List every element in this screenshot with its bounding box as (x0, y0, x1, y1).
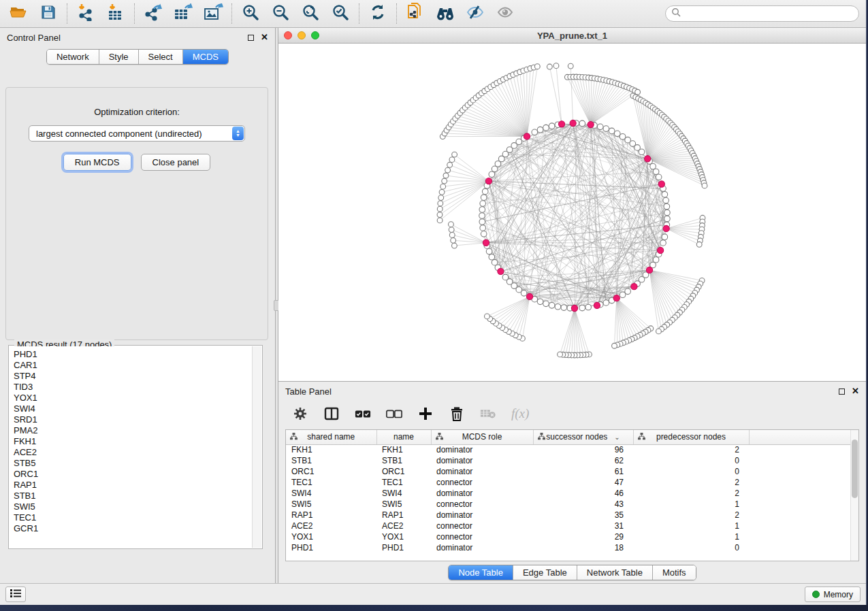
mcds-result-item[interactable]: FKH1 (14, 436, 248, 447)
cell-mcds_role[interactable]: dominator (431, 510, 533, 521)
network-node[interactable] (656, 174, 662, 180)
mcds-result-item[interactable]: ACE2 (14, 447, 248, 458)
cell-name[interactable]: SWI4 (376, 488, 431, 499)
tab-node-table[interactable]: Node Table (449, 565, 513, 580)
tab-network[interactable]: Network (47, 50, 99, 64)
mcds-result-item[interactable]: SWI5 (14, 501, 248, 512)
network-node[interactable] (620, 292, 626, 298)
network-node[interactable] (663, 197, 669, 203)
leaf-node[interactable] (696, 242, 702, 247)
cell-successor_nodes[interactable]: 96 (533, 444, 633, 455)
cell-name[interactable]: RAP1 (376, 510, 431, 521)
network-node[interactable] (585, 304, 592, 310)
search-network-button[interactable] (435, 3, 455, 24)
network-node[interactable] (537, 127, 543, 133)
cell-shared_name[interactable]: RAP1 (286, 510, 376, 521)
network-node[interactable] (481, 231, 487, 237)
cell-mcds_role[interactable]: dominator (431, 455, 533, 466)
run-mcds-button[interactable]: Run MCDS (63, 154, 131, 171)
network-node[interactable] (579, 120, 585, 127)
cell-shared_name[interactable]: SWI5 (286, 499, 376, 510)
import-table-button[interactable] (106, 3, 126, 24)
cell-predecessor_nodes[interactable]: 0 (633, 455, 749, 466)
mcds-result-item[interactable]: STP4 (14, 371, 248, 382)
float-panel-icon[interactable] (248, 35, 254, 41)
network-node[interactable] (480, 225, 486, 231)
hide-selected-button[interactable] (465, 3, 485, 24)
mcds-result-item[interactable]: YOX1 (14, 393, 248, 403)
export-network-button[interactable] (143, 3, 163, 24)
show-log-button[interactable] (5, 587, 26, 602)
function-builder-icon[interactable]: f(x) (511, 406, 529, 421)
leaf-node[interactable] (568, 63, 573, 69)
leaf-node[interactable] (437, 218, 443, 223)
mcds-hub-node[interactable] (588, 121, 594, 127)
import-network-button[interactable] (76, 3, 96, 24)
leaf-node[interactable] (449, 227, 454, 233)
mcds-hub-node[interactable] (663, 225, 669, 231)
leaf-node[interactable] (635, 89, 641, 95)
network-window-titlebar[interactable]: YPA_prune.txt_1 (278, 28, 866, 44)
network-from-selection-button[interactable] (405, 3, 425, 24)
result-scrollbar[interactable] (252, 346, 261, 548)
mcds-result-item[interactable]: PHD1 (14, 349, 248, 360)
cell-mcds_role[interactable]: connector (431, 531, 533, 542)
leaf-node[interactable] (440, 184, 446, 189)
export-table-button[interactable] (173, 3, 193, 24)
mcds-hub-node[interactable] (657, 247, 663, 253)
table-scrollbar[interactable] (850, 430, 858, 561)
network-canvas[interactable] (278, 44, 866, 381)
mcds-hub-node[interactable] (646, 267, 652, 273)
cell-shared_name[interactable]: SWI4 (286, 488, 376, 499)
settings-gear-icon[interactable] (292, 406, 308, 422)
close-panel-button[interactable]: Close panel (141, 154, 211, 171)
add-column-icon[interactable] (417, 406, 434, 422)
cell-successor_nodes[interactable]: 35 (533, 510, 633, 521)
cell-successor_nodes[interactable]: 46 (533, 488, 633, 499)
table-row[interactable]: ACE2ACE2connector311 (286, 521, 858, 531)
leaf-node[interactable] (438, 201, 443, 206)
zoom-in-button[interactable] (240, 3, 261, 24)
leaf-node[interactable] (547, 64, 552, 69)
close-panel-icon[interactable]: ✕ (261, 34, 268, 41)
cell-predecessor_nodes[interactable]: 1 (633, 499, 749, 510)
cell-name[interactable]: ORC1 (376, 466, 431, 477)
cell-predecessor_nodes[interactable]: 0 (633, 466, 749, 477)
network-node[interactable] (662, 234, 668, 240)
zoom-out-button[interactable] (270, 3, 291, 24)
network-node[interactable] (660, 240, 666, 246)
network-node[interactable] (480, 201, 486, 207)
table-row[interactable]: FKH1FKH1dominator962 (286, 444, 858, 455)
network-node[interactable] (502, 274, 509, 280)
cell-predecessor_nodes[interactable]: 2 (633, 444, 749, 455)
network-node[interactable] (549, 123, 555, 129)
mcds-hub-node[interactable] (570, 120, 576, 126)
cell-successor_nodes[interactable]: 61 (533, 466, 633, 477)
show-all-button[interactable] (495, 3, 515, 24)
network-node[interactable] (561, 305, 567, 311)
cell-name[interactable]: SWI5 (376, 499, 431, 510)
mcds-result-item[interactable]: GCR1 (14, 523, 248, 534)
column-header-name[interactable]: name (376, 430, 431, 444)
network-node[interactable] (625, 288, 631, 295)
tab-edge-table[interactable]: Edge Table (513, 565, 577, 580)
table-row[interactable]: STB1STB1dominator620 (286, 455, 858, 466)
network-node[interactable] (492, 259, 498, 265)
show-column-panel-icon[interactable] (323, 406, 340, 422)
cell-name[interactable]: ACE2 (376, 521, 431, 531)
mcds-result-item[interactable]: ORC1 (14, 469, 248, 480)
leaf-node[interactable] (485, 314, 490, 319)
cell-successor_nodes[interactable]: 31 (533, 521, 633, 531)
leaf-node[interactable] (447, 162, 453, 167)
cell-mcds_role[interactable]: connector (431, 499, 533, 510)
column-header-shared-name[interactable]: shared name (286, 430, 376, 444)
leaf-node[interactable] (558, 352, 563, 357)
network-node[interactable] (486, 248, 492, 254)
cell-name[interactable]: YOX1 (376, 531, 431, 542)
mcds-hub-node[interactable] (613, 295, 620, 301)
leaf-node[interactable] (534, 64, 540, 69)
network-node[interactable] (555, 303, 561, 310)
network-node[interactable] (620, 133, 626, 139)
tab-motifs[interactable]: Motifs (653, 565, 696, 580)
network-node[interactable] (479, 213, 485, 219)
